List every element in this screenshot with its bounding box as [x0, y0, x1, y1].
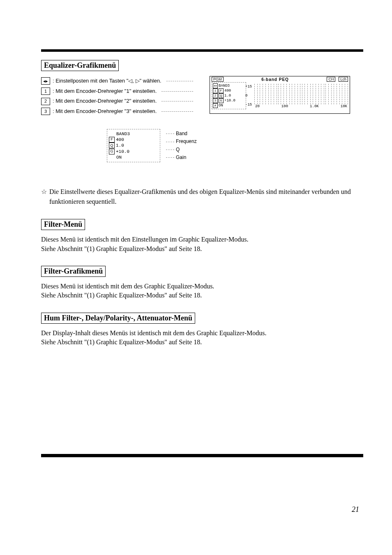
leader-line [161, 101, 193, 101]
x-label-1k: 1.0K [310, 104, 319, 108]
arrow-keys-icon: ◂▸ [41, 77, 50, 85]
key-3-icon: 3 [41, 108, 50, 115]
arrow-mini-icon: ◂▸ [213, 83, 218, 88]
instruction-text: : Mit dem Encoder-Drehregler "1" einstel… [53, 86, 157, 97]
horizontal-rule [41, 49, 363, 52]
body-line: Der Display-Inhalt dieses Menüs ist iden… [41, 329, 363, 338]
callout-q: 1.0 [116, 143, 124, 148]
instruction-line-arrows: ◂▸ : Einstellposten mit den Tasten "◁, ▷… [41, 76, 193, 86]
ch-badge: CH [327, 77, 335, 82]
leader-line [161, 111, 193, 112]
section-body-filter-menu: Dieses Menü ist identisch mit den Einste… [41, 235, 363, 253]
page-number: 21 [352, 505, 359, 514]
g-mini-icon: G [109, 149, 115, 154]
callout-gain: +10.0 [116, 149, 129, 154]
decade-2 [278, 84, 301, 104]
display-body: ◂▸BAND3 1F400 2Q1.0 3G+10.0 ⇵ON +15 0 -1… [210, 82, 350, 109]
one-mini-icon: 1 [213, 88, 218, 93]
y-scale-bot: -15 [245, 100, 252, 109]
three-mini-icon: 3 [213, 98, 218, 103]
star-icon: ☆ [41, 187, 47, 207]
param-freq: 400 [224, 89, 231, 93]
leader-line [161, 91, 193, 92]
label-q: Q [166, 146, 197, 154]
label-freq: Frequenz [166, 138, 197, 145]
instruction-and-screen-row: ◂▸ : Einstellposten mit den Tasten "◁, ▷… [41, 76, 363, 117]
callout-legend: BAND3 F400 Q1.0 G+10.0 ON Band Frequenz … [107, 129, 363, 162]
param-band: BAND3 [219, 84, 230, 88]
f-mini-icon: F [109, 137, 115, 143]
x-label-20: 20 [255, 104, 260, 108]
decade-1 [254, 84, 277, 104]
page: Equalizer-Grafikmenü ◂▸ : Einstellposten… [0, 0, 392, 555]
pgm-badge: PGM [212, 77, 224, 82]
body-line: Siehe Abschnitt "(1) Graphic Equalizer-M… [41, 291, 363, 300]
display-param-panel: ◂▸BAND3 1F400 2Q1.0 3G+10.0 ⇵ON [212, 82, 246, 109]
label-band: Band [166, 130, 197, 138]
display-graph-panel: +15 0 -15 [246, 82, 348, 109]
param-gain: +10.0 [224, 99, 235, 103]
display-title: 6-band PEQ [227, 77, 324, 82]
display-screenshot: PGM 6-band PEQ CH Lch ◂▸BAND3 1F400 2Q1.… [210, 76, 350, 114]
callout-state: ON [116, 154, 122, 160]
param-state: ON [219, 104, 223, 108]
body-line: Siehe Abschnitt "(1) Graphic Equalizer-M… [41, 338, 363, 347]
y-scale: +15 0 -15 [245, 82, 252, 109]
body-line: Dieses Menü ist identisch mit dem des Gr… [41, 282, 363, 291]
key-1-icon: 1 [41, 88, 50, 95]
body-line: Siehe Abschnitt "(1) Graphic Equalizer-M… [41, 244, 363, 253]
callout-freq: 400 [116, 137, 124, 143]
decade-4 [325, 84, 348, 104]
note-text: Die Einstellwerte dieses Equalizer-Grafi… [49, 187, 363, 207]
leader-line [166, 81, 193, 81]
x-label-100: 100 [281, 104, 288, 108]
updown-mini-icon: ⇵ [213, 103, 218, 108]
g-mini-icon: G [219, 98, 224, 103]
key-2-icon: 2 [41, 98, 50, 105]
instruction-text: : Mit dem Encoder-Drehregler "3" einstel… [53, 106, 157, 117]
horizontal-rule-bottom [41, 454, 363, 457]
callout-labels: Band Frequenz Q Gain [166, 130, 197, 161]
instruction-text: : Mit dem Encoder-Drehregler "2" einstel… [53, 96, 157, 106]
section-title-filter-grafikmenu: Filter-Grafikmenü [41, 266, 106, 277]
instruction-text: : Einstellposten mit den Tasten "◁, ▷" w… [53, 76, 161, 86]
display-titlebar: PGM 6-band PEQ CH Lch [210, 76, 350, 82]
q-mini-icon: Q [109, 143, 115, 148]
param-q: 1.0 [224, 94, 231, 98]
section-body-hum-filter: Der Display-Inhalt dieses Menüs ist iden… [41, 329, 363, 347]
two-mini-icon: 2 [213, 93, 218, 98]
instruction-line-2: 2 : Mit dem Encoder-Drehregler "2" einst… [41, 96, 193, 106]
eq-graph [254, 84, 348, 104]
callout-band: BAND3 [116, 131, 130, 137]
section-title-filter-menu: Filter-Menü [41, 219, 85, 230]
instruction-line-1: 1 : Mit dem Encoder-Drehregler "1" einst… [41, 86, 193, 97]
instruction-line-3: 3 : Mit dem Encoder-Drehregler "3" einst… [41, 106, 193, 117]
lch-badge: Lch [339, 77, 348, 82]
f-mini-icon: F [219, 88, 224, 93]
decade-3 [302, 84, 325, 104]
instruction-list: ◂▸ : Einstellposten mit den Tasten "◁, ▷… [41, 76, 193, 117]
note-paragraph: ☆ Die Einstellwerte dieses Equalizer-Gra… [41, 187, 363, 207]
label-gain: Gain [166, 154, 197, 161]
body-line: Dieses Menü ist identisch mit den Einste… [41, 235, 363, 244]
section-title-hum-filter: Hum Filter-, Delay/Polarity-, Attenuator… [41, 313, 195, 324]
q-mini-icon: Q [219, 93, 224, 98]
x-label-10k: 10K [341, 104, 347, 108]
callout-panel: BAND3 F400 Q1.0 G+10.0 ON [107, 129, 160, 162]
y-scale-top: +15 [245, 82, 252, 91]
section-title-equalizer-grafikmenu: Equalizer-Grafikmenü [41, 60, 119, 71]
x-scale: 20 100 1.0K 10K [254, 104, 348, 108]
y-scale-mid: 0 [245, 91, 252, 100]
section-body-filter-grafikmenu: Dieses Menü ist identisch mit dem des Gr… [41, 282, 363, 300]
